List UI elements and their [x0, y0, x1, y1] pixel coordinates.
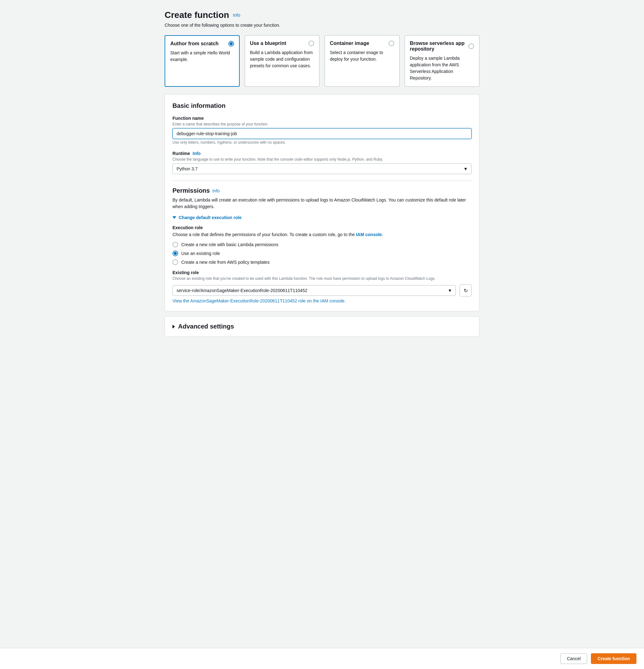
create-function-button[interactable]: Create function: [591, 653, 636, 664]
chevron-down-icon: [173, 216, 176, 219]
basic-info-title: Basic information: [173, 102, 471, 110]
runtime-select[interactable]: Python 3.7 Node.js 14.x Node.js 12.x Rub…: [173, 163, 471, 174]
existing-role-desc: Choose an existing role that you've crea…: [173, 276, 471, 281]
radio-create-from-policy-label: Create a new role from AWS policy templa…: [181, 260, 269, 265]
permissions-title-row: Permissions Info: [173, 187, 471, 194]
chevron-right-icon: [173, 325, 175, 328]
permissions-section: Permissions Info By default, Lambda will…: [173, 187, 471, 303]
option-card-header-serverless: Browse serverless app repository: [410, 41, 474, 52]
permissions-title: Permissions: [173, 187, 210, 194]
runtime-group: Runtime Info Choose the language to use …: [173, 151, 471, 174]
option-card-desc-serverless: Deploy a sample Lambda application from …: [410, 55, 474, 82]
radio-create-new-role-label: Create a new role with basic Lambda perm…: [181, 242, 278, 247]
option-card-container-image[interactable]: Container image Select a container image…: [324, 35, 399, 87]
radio-use-existing-role-icon[interactable]: [173, 251, 178, 256]
existing-role-select[interactable]: service-role/AmazonSageMaker-ExecutionRo…: [173, 285, 456, 296]
basic-info-panel: Basic information Function name Enter a …: [165, 94, 479, 311]
divider: [173, 181, 471, 181]
refresh-button[interactable]: ↻: [459, 285, 471, 297]
collapsible-label: Change default execution role: [179, 215, 241, 220]
radio-create-new-role[interactable]: Create a new role with basic Lambda perm…: [173, 242, 471, 247]
option-card-desc-container: Select a container image to deploy for y…: [330, 49, 394, 62]
runtime-info-link[interactable]: Info: [193, 151, 201, 156]
runtime-select-wrapper: Python 3.7 Node.js 14.x Node.js 12.x Rub…: [173, 163, 471, 174]
runtime-hint: Choose the language to use to write your…: [173, 157, 471, 161]
permissions-info-link[interactable]: Info: [213, 188, 220, 193]
page-title: Create function: [165, 10, 229, 20]
page-header: Create function Info: [165, 10, 479, 20]
option-card-title-serverless: Browse serverless app repository: [410, 41, 469, 52]
collapsible-header[interactable]: Change default execution role: [173, 215, 471, 220]
existing-role-link-row: View the AmazonSageMaker-ExecutionRole-2…: [173, 297, 471, 303]
cancel-button[interactable]: Cancel: [560, 653, 587, 664]
radio-use-existing-role-label: Use an existing role: [181, 251, 220, 256]
radio-container-image[interactable]: [389, 41, 394, 46]
advanced-settings-panel: Advanced settings: [165, 316, 479, 337]
option-card-author-from-scratch[interactable]: Author from scratch Start with a simple …: [165, 35, 240, 87]
radio-create-from-policy-icon[interactable]: [173, 259, 178, 265]
function-name-hint: Enter a name that describes the purpose …: [173, 122, 471, 126]
option-cards-container: Author from scratch Start with a simple …: [165, 35, 479, 87]
function-name-input[interactable]: [173, 128, 471, 139]
existing-role-iam-link[interactable]: View the AmazonSageMaker-ExecutionRole-2…: [173, 298, 346, 303]
advanced-settings-header[interactable]: Advanced settings: [173, 323, 471, 330]
function-name-note: Use only letters, numbers, hyphens, or u…: [173, 140, 471, 145]
radio-create-new-role-icon[interactable]: [173, 242, 178, 247]
existing-role-label: Existing role: [173, 270, 471, 275]
function-name-label: Function name: [173, 116, 471, 121]
permissions-desc: By default, Lambda will create an execut…: [173, 197, 471, 210]
page-subtitle: Choose one of the following options to c…: [165, 23, 479, 28]
option-card-serverless[interactable]: Browse serverless app repository Deploy …: [405, 35, 480, 87]
option-card-title-blueprint: Use a blueprint: [250, 41, 287, 46]
option-card-desc-author: Start with a simple Hello World example.: [170, 50, 234, 63]
execution-role-desc: Choose a role that defines the permissio…: [173, 231, 471, 238]
existing-role-row: service-role/AmazonSageMaker-ExecutionRo…: [173, 285, 471, 297]
radio-use-existing-role[interactable]: Use an existing role: [173, 251, 471, 256]
existing-role-select-wrapper: service-role/AmazonSageMaker-ExecutionRo…: [173, 285, 456, 296]
option-card-header-container: Container image: [330, 41, 394, 46]
radio-create-from-policy[interactable]: Create a new role from AWS policy templa…: [173, 259, 471, 265]
page-info-link[interactable]: Info: [233, 13, 240, 18]
option-card-header: Author from scratch: [170, 41, 234, 46]
option-card-header-blueprint: Use a blueprint: [250, 41, 314, 46]
existing-role-section: Existing role Choose an existing role th…: [173, 270, 471, 303]
function-name-group: Function name Enter a name that describe…: [173, 116, 471, 145]
radio-blueprint[interactable]: [308, 41, 314, 46]
option-card-title-container: Container image: [330, 41, 369, 46]
option-card-blueprint[interactable]: Use a blueprint Build a Lambda applicati…: [245, 35, 320, 87]
iam-console-link[interactable]: IAM console: [356, 232, 382, 237]
advanced-settings-title: Advanced settings: [178, 323, 234, 330]
runtime-label: Runtime Info: [173, 151, 471, 156]
option-card-desc-blueprint: Build a Lambda application from sample c…: [250, 49, 314, 69]
radio-author-from-scratch[interactable]: [229, 41, 234, 46]
footer: Cancel Create function: [0, 648, 644, 669]
execution-role-label: Execution role: [173, 225, 471, 230]
execution-role-section: Execution role Choose a role that define…: [173, 225, 471, 265]
option-card-title-author: Author from scratch: [170, 41, 219, 46]
radio-serverless[interactable]: [468, 43, 474, 49]
